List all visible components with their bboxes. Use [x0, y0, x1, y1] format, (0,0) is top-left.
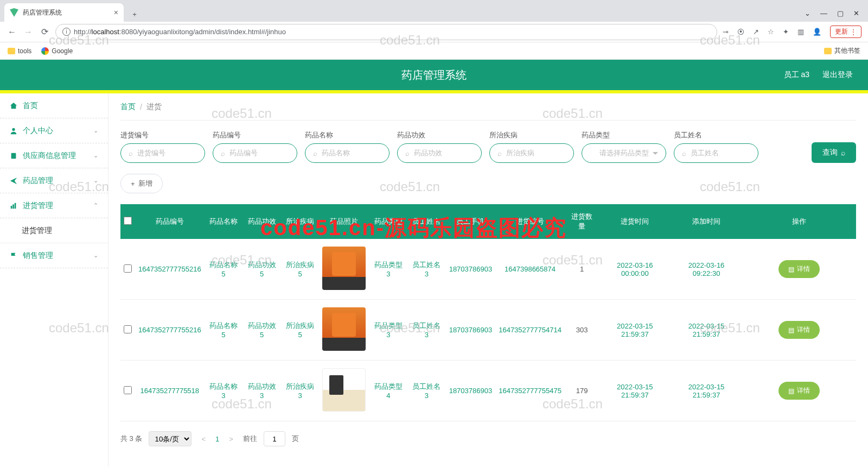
next-page-icon[interactable]: > [226, 435, 237, 443]
profile-icon[interactable]: 👤 [813, 28, 821, 36]
svg-rect-1 [11, 153, 16, 159]
breadcrumb-current: 进货 [146, 102, 162, 112]
search-icon: ⌕ [841, 148, 845, 157]
window-controls: ⌄ — ▢ ✕ [805, 9, 868, 22]
side-panel-icon[interactable]: ▥ [797, 28, 804, 36]
chart-icon [10, 202, 17, 210]
chevron-down-icon[interactable]: ⌄ [805, 9, 810, 17]
extensions-icon[interactable]: ✦ [783, 28, 789, 36]
drug-no-input[interactable]: ⌕药品编号 [213, 143, 297, 163]
plus-icon: + [131, 180, 135, 188]
chevron-down-icon: ⌄ [93, 252, 98, 259]
breadcrumb-sep: / [140, 103, 142, 111]
current-page[interactable]: 1 [215, 435, 219, 443]
svg-rect-2 [11, 206, 12, 209]
table-cell: 179 [565, 361, 599, 421]
staff-name-input[interactable]: ⌕员工姓名 [674, 143, 758, 163]
sidebar-item-sales[interactable]: 销售管理 ⌄ [0, 243, 108, 268]
query-button[interactable]: 查询⌕ [812, 142, 856, 163]
main-content: 首页 / 进货 进货编号⌕进货编号 药品编号⌕药品编号 药品名称⌕药品名称 药品… [108, 93, 868, 467]
url-host: localhost [92, 28, 119, 36]
table-cell: 2022-03-15 21:59:37 [671, 300, 742, 361]
purchase-no-input[interactable]: ⌕进货编号 [120, 143, 205, 163]
browser-tab[interactable]: 药店管理系统 × [4, 3, 124, 22]
current-user[interactable]: 员工 a3 [784, 70, 809, 80]
update-button[interactable]: 更新⋮ [830, 26, 861, 38]
key-icon[interactable]: ⊸ [723, 28, 729, 36]
add-button[interactable]: +新增 [120, 174, 163, 193]
table-header: 进货编号 [495, 204, 565, 239]
breadcrumb-home[interactable]: 首页 [120, 102, 136, 112]
table-cell: 药品类型3 [369, 239, 407, 300]
drug-type-select[interactable]: 请选择药品类型 [582, 143, 666, 163]
detail-button[interactable]: ▤ 详情 [778, 260, 820, 278]
share-icon[interactable]: ↗ [753, 28, 759, 36]
table-cell: 药品功效5 [242, 239, 281, 300]
table-cell: 2022-03-15 21:59:37 [599, 300, 671, 361]
sidebar-item-supplier[interactable]: 供应商信息管理 ⌄ [0, 143, 108, 168]
reload-icon[interactable]: ⟳ [39, 27, 50, 37]
prev-page-icon[interactable]: < [198, 435, 209, 443]
page-size-select[interactable]: 10条/页 [149, 431, 192, 446]
data-table: 药品编号药品名称药品功效所治疾病药品照片药品类型员工姓名员工手机进货编号进货数量… [120, 204, 856, 421]
bookmark-other[interactable]: 其他书签 [824, 46, 860, 55]
sidebar-item-personal[interactable]: 个人中心 ⌄ [0, 118, 108, 143]
sidebar-label: 药品管理 [23, 176, 53, 186]
table-header: 所治疾病 [281, 204, 320, 239]
bookmark-google[interactable]: Google [41, 47, 73, 55]
row-checkbox[interactable] [124, 325, 132, 333]
sidebar-item-purchase[interactable]: 进货管理 ⌃ [0, 193, 108, 218]
drug-name-input[interactable]: ⌕药品名称 [305, 143, 390, 163]
product-image [322, 368, 366, 412]
chevron-down-icon: ⌄ [93, 152, 98, 159]
close-icon[interactable]: × [114, 8, 118, 17]
table-cell: 18703786903 [446, 300, 496, 361]
filter-label: 药品名称 [305, 130, 390, 140]
goto-page-input[interactable] [264, 431, 285, 446]
table-cell: 1647352777755216 [135, 239, 205, 300]
row-checkbox[interactable] [124, 386, 132, 394]
select-all-checkbox[interactable] [124, 217, 132, 225]
table-header: 进货数量 [565, 204, 599, 239]
table-cell: 2022-03-16 00:00:00 [599, 239, 671, 300]
star-icon[interactable]: ☆ [768, 28, 774, 36]
table-cell: 药品类型3 [369, 300, 407, 361]
sidebar-item-purchase-sub[interactable]: 进货管理 [0, 218, 108, 243]
new-tab-button[interactable]: + [127, 7, 142, 22]
sidebar-item-home[interactable]: 首页 [0, 93, 108, 118]
sidebar-label: 进货管理 [22, 226, 52, 236]
folder-icon [8, 48, 15, 54]
detail-button[interactable]: ▤ 详情 [778, 321, 820, 339]
url-input[interactable]: i http://localhost:8080/yiyaoguanlixiton… [55, 24, 717, 40]
maximize-icon[interactable]: ▢ [837, 9, 844, 17]
close-window-icon[interactable]: ✕ [853, 9, 859, 17]
translate-icon[interactable]: ⦿ [737, 28, 744, 36]
disease-input[interactable]: ⌕所治疾病 [489, 143, 574, 163]
svg-point-0 [12, 128, 15, 130]
table-row: 1647352777755216药品名称5药品功效5所治疾病5药品类型3员工姓名… [120, 300, 856, 361]
table-cell: 药品名称5 [205, 300, 243, 361]
detail-button[interactable]: ▤ 详情 [778, 382, 820, 400]
sidebar: 首页 个人中心 ⌄ 供应商信息管理 ⌄ 药品管理 ⌄ 进货管理 ⌃ 进货管理 销… [0, 93, 108, 467]
info-icon[interactable]: i [62, 28, 71, 36]
product-image [322, 247, 366, 290]
row-checkbox[interactable] [124, 264, 132, 273]
chevron-down-icon: ⌄ [93, 177, 98, 184]
table-header: 员工手机 [446, 204, 496, 239]
logout-link[interactable]: 退出登录 [822, 70, 853, 80]
filter-label: 药品类型 [582, 130, 666, 140]
table-cell: 药品名称5 [205, 239, 243, 300]
drug-effect-input[interactable]: ⌕药品功效 [397, 143, 482, 163]
table-cell: 所治疾病5 [281, 239, 320, 300]
table-cell: 药品功效3 [242, 361, 281, 421]
table-cell: 1647398665874 [495, 239, 565, 300]
sidebar-item-medicine[interactable]: 药品管理 ⌄ [0, 168, 108, 193]
back-icon[interactable]: ← [7, 27, 17, 37]
minimize-icon[interactable]: — [820, 9, 827, 17]
doc-icon: ▤ [788, 326, 794, 334]
clipboard-icon [10, 152, 17, 160]
forward-icon[interactable]: → [23, 27, 34, 37]
table-cell: 1647352777755475 [495, 361, 565, 421]
bookmark-tools[interactable]: tools [8, 47, 31, 55]
table-cell: 所治疾病5 [281, 300, 320, 361]
